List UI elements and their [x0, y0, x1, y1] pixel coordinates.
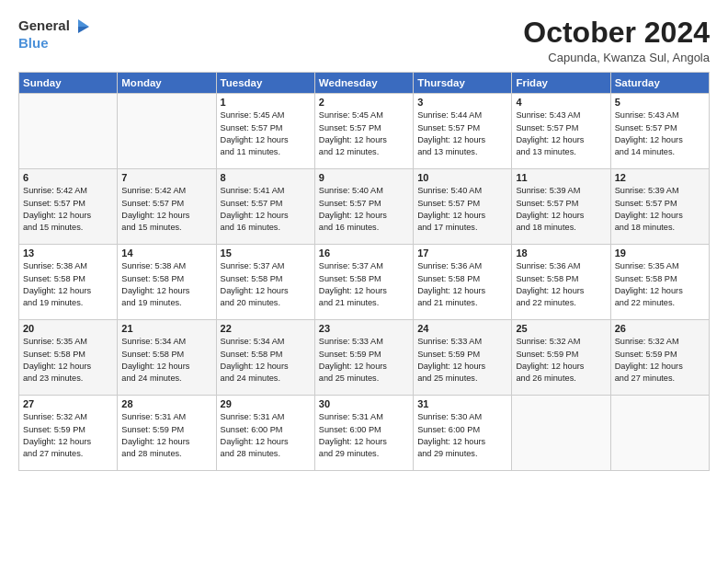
- month-title: October 2024: [523, 17, 710, 49]
- day-info: Sunrise: 5:31 AMSunset: 6:00 PMDaylight:…: [221, 411, 311, 460]
- day-info: Sunrise: 5:40 AMSunset: 5:57 PMDaylight:…: [417, 185, 507, 234]
- day-number: 23: [319, 323, 409, 334]
- day-info: Sunrise: 5:45 AMSunset: 5:57 PMDaylight:…: [221, 109, 311, 158]
- calendar-cell: 23Sunrise: 5:33 AMSunset: 5:59 PMDayligh…: [314, 320, 413, 396]
- logo: General Blue: [18, 17, 91, 51]
- calendar-cell: 13Sunrise: 5:38 AMSunset: 5:58 PMDayligh…: [19, 245, 118, 320]
- calendar-cell: 28Sunrise: 5:31 AMSunset: 5:59 PMDayligh…: [118, 396, 216, 471]
- calendar-cell: 9Sunrise: 5:40 AMSunset: 5:57 PMDaylight…: [314, 169, 413, 245]
- day-number: 2: [319, 97, 409, 108]
- calendar-cell: 25Sunrise: 5:32 AMSunset: 5:59 PMDayligh…: [512, 320, 610, 396]
- logo-blue: Blue: [18, 35, 91, 51]
- day-info: Sunrise: 5:35 AMSunset: 5:58 PMDaylight:…: [615, 260, 705, 309]
- calendar-cell: 24Sunrise: 5:33 AMSunset: 5:59 PMDayligh…: [414, 320, 512, 396]
- day-info: Sunrise: 5:39 AMSunset: 5:57 PMDaylight:…: [516, 185, 606, 234]
- day-number: 12: [615, 172, 705, 183]
- day-info: Sunrise: 5:33 AMSunset: 5:59 PMDaylight:…: [417, 336, 507, 385]
- calendar-body: 1Sunrise: 5:45 AMSunset: 5:57 PMDaylight…: [19, 94, 710, 471]
- day-info: Sunrise: 5:39 AMSunset: 5:57 PMDaylight:…: [615, 185, 705, 234]
- day-number: 31: [417, 398, 507, 409]
- page-header: General Blue October 2024 Capunda, Kwanz…: [18, 17, 710, 64]
- calendar-cell: 21Sunrise: 5:34 AMSunset: 5:58 PMDayligh…: [118, 320, 216, 396]
- day-info: Sunrise: 5:32 AMSunset: 5:59 PMDaylight:…: [615, 336, 705, 385]
- day-info: Sunrise: 5:40 AMSunset: 5:57 PMDaylight:…: [319, 185, 409, 234]
- day-info: Sunrise: 5:36 AMSunset: 5:58 PMDaylight:…: [516, 260, 606, 309]
- calendar-cell: 6Sunrise: 5:42 AMSunset: 5:57 PMDaylight…: [19, 169, 118, 245]
- day-number: 17: [417, 247, 507, 259]
- calendar-cell: 19Sunrise: 5:35 AMSunset: 5:58 PMDayligh…: [610, 245, 709, 320]
- day-info: Sunrise: 5:34 AMSunset: 5:58 PMDaylight:…: [221, 336, 311, 385]
- day-number: 20: [23, 323, 113, 334]
- calendar-cell: 18Sunrise: 5:36 AMSunset: 5:58 PMDayligh…: [512, 245, 610, 320]
- calendar-cell: 16Sunrise: 5:37 AMSunset: 5:58 PMDayligh…: [314, 245, 413, 320]
- day-number: 8: [221, 172, 311, 183]
- day-info: Sunrise: 5:33 AMSunset: 5:59 PMDaylight:…: [319, 336, 409, 385]
- day-number: 13: [23, 247, 113, 259]
- header-sunday: Sunday: [19, 73, 118, 94]
- calendar-cell: 29Sunrise: 5:31 AMSunset: 6:00 PMDayligh…: [216, 396, 314, 471]
- day-number: 16: [319, 247, 409, 259]
- calendar-cell: 15Sunrise: 5:37 AMSunset: 5:58 PMDayligh…: [216, 245, 314, 320]
- title-block: October 2024 Capunda, Kwanza Sul, Angola: [523, 17, 710, 64]
- calendar-cell: [19, 94, 118, 169]
- day-number: 24: [417, 323, 507, 334]
- day-number: 14: [121, 247, 211, 259]
- day-info: Sunrise: 5:30 AMSunset: 6:00 PMDaylight:…: [417, 411, 507, 460]
- day-number: 22: [221, 323, 311, 334]
- calendar-cell: 20Sunrise: 5:35 AMSunset: 5:58 PMDayligh…: [19, 320, 118, 396]
- calendar-table: Sunday Monday Tuesday Wednesday Thursday…: [18, 72, 710, 471]
- day-number: 27: [23, 398, 113, 409]
- day-number: 3: [417, 97, 507, 108]
- day-number: 19: [615, 247, 705, 259]
- day-info: Sunrise: 5:32 AMSunset: 5:59 PMDaylight:…: [516, 336, 606, 385]
- calendar-cell: 8Sunrise: 5:41 AMSunset: 5:57 PMDaylight…: [216, 169, 314, 245]
- calendar-cell: 11Sunrise: 5:39 AMSunset: 5:57 PMDayligh…: [512, 169, 610, 245]
- day-info: Sunrise: 5:42 AMSunset: 5:57 PMDaylight:…: [23, 185, 113, 234]
- day-number: 4: [516, 97, 606, 108]
- header-saturday: Saturday: [610, 73, 709, 94]
- day-info: Sunrise: 5:44 AMSunset: 5:57 PMDaylight:…: [417, 109, 507, 158]
- day-info: Sunrise: 5:38 AMSunset: 5:58 PMDaylight:…: [23, 260, 113, 309]
- day-number: 5: [615, 97, 705, 108]
- calendar-cell: 30Sunrise: 5:31 AMSunset: 6:00 PMDayligh…: [314, 396, 413, 471]
- header-thursday: Thursday: [414, 73, 512, 94]
- calendar-cell: 17Sunrise: 5:36 AMSunset: 5:58 PMDayligh…: [414, 245, 512, 320]
- day-info: Sunrise: 5:35 AMSunset: 5:58 PMDaylight:…: [23, 336, 113, 385]
- calendar-week-5: 27Sunrise: 5:32 AMSunset: 5:59 PMDayligh…: [19, 396, 710, 471]
- header-monday: Monday: [118, 73, 216, 94]
- day-number: 1: [221, 97, 311, 108]
- day-info: Sunrise: 5:43 AMSunset: 5:57 PMDaylight:…: [615, 109, 705, 158]
- day-number: 29: [221, 398, 311, 409]
- calendar-week-4: 20Sunrise: 5:35 AMSunset: 5:58 PMDayligh…: [19, 320, 710, 396]
- calendar-cell: 4Sunrise: 5:43 AMSunset: 5:57 PMDaylight…: [512, 94, 610, 169]
- day-number: 25: [516, 323, 606, 334]
- day-number: 7: [121, 172, 211, 183]
- calendar-cell: 26Sunrise: 5:32 AMSunset: 5:59 PMDayligh…: [610, 320, 709, 396]
- day-info: Sunrise: 5:34 AMSunset: 5:58 PMDaylight:…: [121, 336, 211, 385]
- day-info: Sunrise: 5:38 AMSunset: 5:58 PMDaylight:…: [121, 260, 211, 309]
- day-info: Sunrise: 5:41 AMSunset: 5:57 PMDaylight:…: [221, 185, 311, 234]
- day-info: Sunrise: 5:32 AMSunset: 5:59 PMDaylight:…: [23, 411, 113, 460]
- day-info: Sunrise: 5:45 AMSunset: 5:57 PMDaylight:…: [319, 109, 409, 158]
- day-number: 11: [516, 172, 606, 183]
- calendar-cell: [118, 94, 216, 169]
- calendar-cell: 31Sunrise: 5:30 AMSunset: 6:00 PMDayligh…: [414, 396, 512, 471]
- location: Capunda, Kwanza Sul, Angola: [523, 51, 710, 64]
- svg-marker-0: [78, 19, 89, 27]
- calendar-cell: [512, 396, 610, 471]
- calendar-cell: 7Sunrise: 5:42 AMSunset: 5:57 PMDaylight…: [118, 169, 216, 245]
- day-number: 26: [615, 323, 705, 334]
- logo-icon: [71, 17, 91, 37]
- day-number: 28: [121, 398, 211, 409]
- day-number: 30: [319, 398, 409, 409]
- day-number: 21: [121, 323, 211, 334]
- day-number: 6: [23, 172, 113, 183]
- calendar-cell: [610, 396, 709, 471]
- day-number: 15: [221, 247, 311, 259]
- calendar-cell: 10Sunrise: 5:40 AMSunset: 5:57 PMDayligh…: [414, 169, 512, 245]
- day-info: Sunrise: 5:37 AMSunset: 5:58 PMDaylight:…: [221, 260, 311, 309]
- header-wednesday: Wednesday: [314, 73, 413, 94]
- day-info: Sunrise: 5:42 AMSunset: 5:57 PMDaylight:…: [121, 185, 211, 234]
- svg-marker-1: [78, 27, 89, 33]
- day-number: 18: [516, 247, 606, 259]
